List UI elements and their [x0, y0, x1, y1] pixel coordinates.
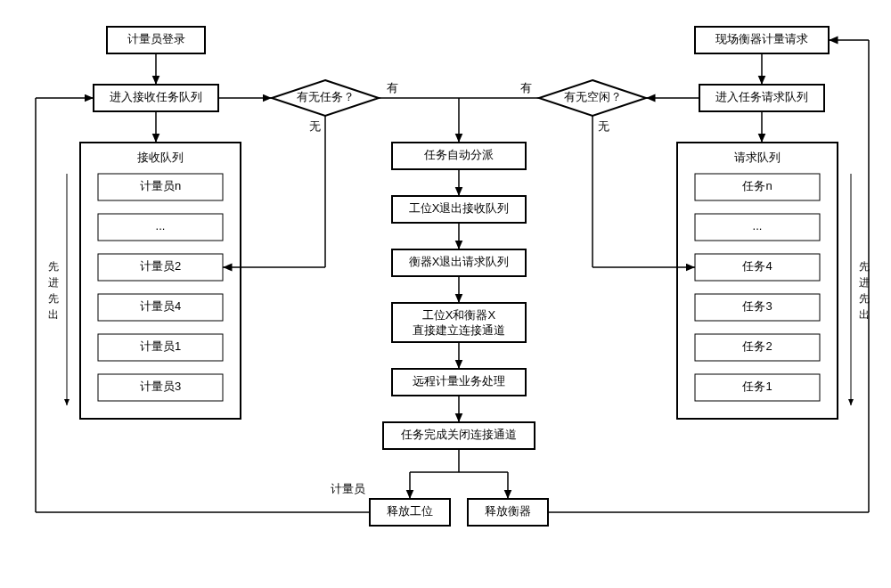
receive-queue-title: 接收队列 [137, 151, 184, 164]
list-item: 任务4 [741, 259, 772, 273]
step-close-channel: 任务完成关闭连接通道 [400, 428, 517, 441]
scale-request-label: 现场衡器计量请求 [715, 32, 808, 45]
right-fifo-label: 先 进 先 出 [851, 174, 870, 405]
svg-text:先: 先 [859, 260, 870, 273]
yes-label-2: 有 [520, 81, 532, 94]
step-connect-2: 直接建立连接通道 [413, 323, 505, 337]
release-scale-label: 释放衡器 [485, 504, 531, 518]
list-item: 任务3 [741, 299, 772, 313]
yes-label-1: 有 [387, 81, 398, 94]
svg-text:出: 出 [48, 308, 59, 321]
svg-text:进: 进 [859, 276, 870, 289]
list-item: 计量员n [140, 179, 181, 192]
list-item: 任务2 [741, 339, 772, 353]
no-label-2: 无 [598, 119, 609, 133]
operator-login-label: 计量员登录 [127, 32, 185, 45]
left-fifo-label: 先 进 先 出 [48, 174, 67, 405]
list-item: 计量员4 [140, 299, 181, 313]
step-scale-exit: 衡器X退出请求队列 [409, 255, 510, 268]
svg-text:进: 进 [48, 276, 59, 289]
release-station-label: 释放工位 [387, 504, 433, 518]
step-connect-1: 工位X和衡器X [422, 308, 496, 322]
operator-note: 计量员 [331, 482, 365, 495]
enter-receive-queue-label: 进入接收任务队列 [110, 90, 202, 103]
list-item: 计量员3 [140, 380, 181, 393]
step-remote-process: 远程计量业务处理 [413, 374, 505, 388]
list-item: ... [753, 219, 763, 233]
decision-has-idle-label: 有无空闲？ [564, 90, 622, 103]
list-item: 计量员1 [140, 339, 181, 353]
request-queue-title: 请求队列 [734, 151, 781, 164]
svg-text:先: 先 [48, 260, 59, 273]
list-item: ... [156, 219, 166, 233]
no-label-1: 无 [309, 119, 321, 133]
enter-request-queue-label: 进入任务请求队列 [715, 90, 808, 103]
svg-text:出: 出 [859, 308, 870, 321]
step-auto-dispatch: 任务自动分派 [423, 148, 494, 161]
list-item: 计量员2 [140, 259, 181, 273]
svg-text:先: 先 [859, 292, 870, 305]
step-station-exit: 工位X退出接收队列 [409, 201, 510, 215]
list-item: 任务n [741, 179, 772, 192]
svg-text:先: 先 [48, 292, 59, 305]
decision-has-task-label: 有无任务？ [297, 90, 355, 103]
list-item: 任务1 [741, 380, 772, 393]
